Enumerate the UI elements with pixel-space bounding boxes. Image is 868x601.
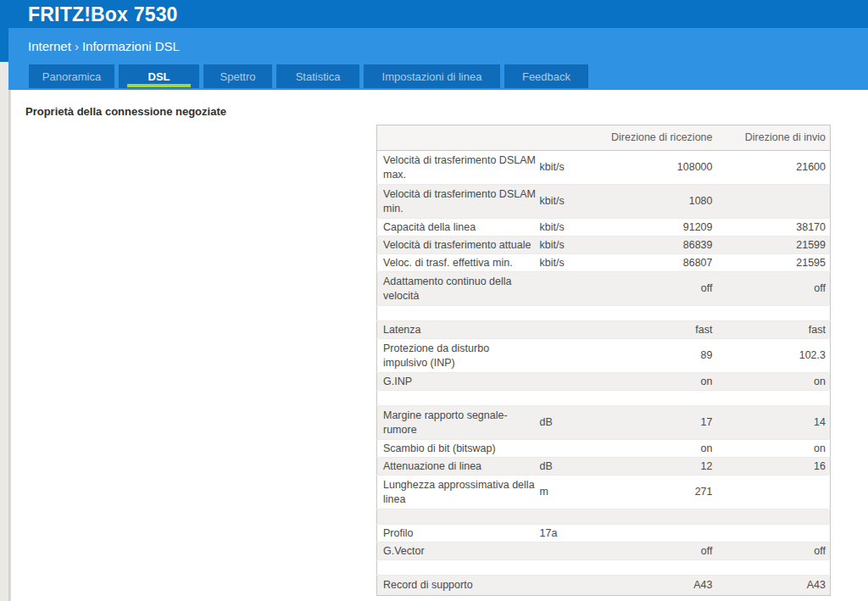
cell-rx: 89 [604, 339, 713, 373]
table-row: G.INPonon [377, 373, 831, 391]
cell-rx: 1080 [604, 185, 713, 219]
cell-tx [713, 476, 831, 509]
cell-unit [540, 576, 604, 596]
cell-label: Scambio di bit (bitswap) [377, 440, 540, 458]
cell-unit [540, 560, 604, 576]
cell-tx: 21600 [713, 151, 831, 185]
tab-feedback[interactable]: Feedback [504, 64, 588, 88]
table-row: G.Vectoroffoff [377, 543, 831, 560]
cell-unit [540, 306, 604, 321]
cell-label: Velocità di trasferimento DSLAM max. [377, 151, 540, 185]
cell-label: Record di supporto [377, 576, 540, 596]
cell-rx [604, 391, 713, 406]
table-row [377, 391, 831, 406]
cell-unit [540, 272, 604, 306]
cell-unit: 17a [540, 525, 604, 543]
cell-tx [713, 509, 831, 525]
cell-tx: on [713, 440, 831, 458]
tab-dsl[interactable]: DSL [119, 64, 199, 88]
cell-tx: 38170 [713, 219, 831, 237]
table-header-row: Direzione di ricezione Direzione di invi… [377, 125, 831, 151]
cell-label: Adattamento continuo della velocità [377, 272, 540, 306]
header-cell-send-direction: Direzione di invio [713, 125, 831, 151]
cell-tx: 102.3 [713, 339, 831, 373]
cell-tx: on [713, 373, 831, 391]
cell-tx [713, 525, 831, 543]
cell-unit [540, 339, 604, 373]
cell-rx: off [604, 272, 713, 306]
cell-tx: fast [713, 321, 831, 339]
breadcrumb-current-page: Informazioni DSL [82, 39, 180, 53]
cell-tx: 16 [713, 458, 831, 476]
cell-tx: off [713, 543, 831, 560]
fritzbox-page: FRITZ!Box 7530 Internet›Informazioni DSL… [0, 0, 868, 601]
dsl-properties-table: Direzione di ricezione Direzione di invi… [376, 125, 831, 596]
cell-label [377, 391, 540, 406]
cell-tx [713, 391, 831, 406]
breadcrumb-section-internet[interactable]: Internet [28, 39, 71, 53]
cell-label: Profilo [377, 525, 540, 543]
section-heading: Proprietà della connessione negoziate [25, 105, 226, 118]
cell-unit [540, 391, 604, 406]
tab-spettro[interactable]: Spettro [203, 64, 272, 88]
table-row: Velocità di trasferimento attualekbit/s8… [377, 237, 831, 254]
cell-tx: off [713, 272, 831, 306]
table-row: Attenuazione di lineadB1216 [377, 458, 831, 476]
cell-tx [713, 560, 831, 576]
table-row [377, 509, 831, 525]
breadcrumb: Internet›Informazioni DSL [28, 39, 180, 53]
tab-statistica[interactable]: Statistica [276, 64, 359, 88]
cell-rx [604, 306, 713, 321]
cell-rx [604, 525, 713, 543]
cell-unit: kbit/s [540, 237, 604, 254]
cell-label: Capacità della linea [377, 219, 540, 237]
cell-label: G.INP [377, 373, 540, 391]
cell-label: Attenuazione di linea [377, 458, 540, 476]
cell-rx [604, 509, 713, 525]
cell-unit [540, 509, 604, 525]
cell-rx: 12 [604, 458, 713, 476]
tab-impostazioni-di-linea[interactable]: Impostazioni di linea [364, 64, 500, 88]
cell-label: G.Vector [377, 543, 540, 560]
cell-unit: kbit/s [540, 254, 604, 272]
cell-tx: 14 [713, 406, 831, 440]
cell-label: Latenza [377, 321, 540, 339]
breadcrumb-separator-icon: › [71, 39, 82, 53]
cell-rx: on [604, 373, 713, 391]
cell-unit [540, 373, 604, 391]
header-cell-empty [540, 125, 604, 151]
table-row: Adattamento continuo della velocitàoffof… [377, 272, 831, 306]
cell-label: Margine rapporto segnale- rumore [377, 406, 540, 440]
header-cell-receive-direction: Direzione di ricezione [604, 125, 713, 151]
tab-panoramica[interactable]: Panoramica [29, 64, 114, 88]
header-cell-empty [377, 125, 540, 151]
cell-unit [540, 321, 604, 339]
cell-rx [604, 560, 713, 576]
table-row: Protezione da disturbo impulsivo (INP)89… [377, 339, 831, 373]
cell-tx: A43 [713, 576, 831, 596]
table-row: Margine rapporto segnale- rumoredB1714 [377, 406, 831, 440]
table-row: Scambio di bit (bitswap)onon [377, 440, 831, 458]
cell-rx: 86807 [604, 254, 713, 272]
table-row [377, 306, 831, 321]
table-row: Veloc. di trasf. effettiva min.kbit/s868… [377, 254, 831, 272]
cell-tx [713, 306, 831, 321]
cell-unit: kbit/s [540, 151, 604, 185]
cell-rx: 86839 [604, 237, 713, 254]
tab-bar: Panoramica DSL Spettro Statistica Impost… [29, 64, 588, 88]
cell-rx: 91209 [604, 219, 713, 237]
cell-rx: 271 [604, 476, 713, 509]
cell-tx [713, 185, 831, 219]
cell-unit: kbit/s [540, 219, 604, 237]
cell-rx: fast [604, 321, 713, 339]
content-edge-shadow [8, 90, 11, 601]
table-row: Velocità di trasferimento DSLAM min.kbit… [377, 185, 831, 219]
table-row [377, 560, 831, 576]
table-row: Latenzafastfast [377, 321, 831, 339]
cell-label: Velocità di trasferimento attuale [377, 237, 540, 254]
cell-label: Protezione da disturbo impulsivo (INP) [377, 339, 540, 373]
cell-label: Velocità di trasferimento DSLAM min. [377, 185, 540, 219]
cell-unit [540, 543, 604, 560]
cell-unit: m [540, 476, 604, 509]
page-left-gutter [0, 62, 8, 601]
